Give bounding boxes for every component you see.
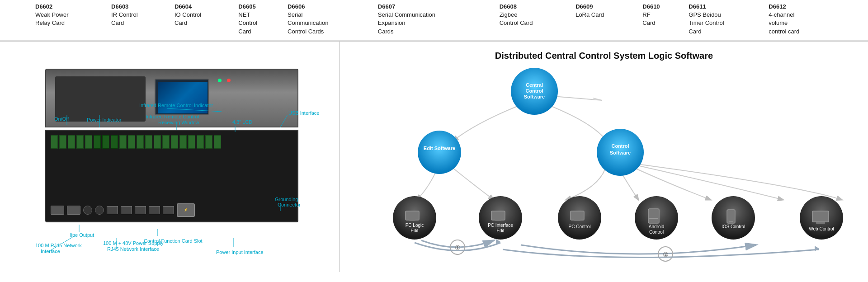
svg-text:Web Control: Web Control bbox=[809, 226, 834, 231]
power-input-label: Power Input Interface bbox=[216, 249, 264, 255]
label-svg: On/Off Power Indicator Infrared Remote C… bbox=[0, 42, 339, 272]
col-d6604: D6604IO ControlCard bbox=[171, 2, 235, 37]
svg-text:Control: Control bbox=[649, 230, 664, 235]
svg-rect-42 bbox=[729, 221, 733, 222]
svg-rect-41 bbox=[727, 210, 735, 223]
svg-text:IOS Control: IOS Control bbox=[722, 224, 745, 229]
svg-rect-36 bbox=[648, 209, 659, 223]
svg-rect-23 bbox=[409, 219, 415, 221]
svg-text:Software: Software bbox=[524, 94, 545, 99]
lcd-label: 4.3" LCD bbox=[232, 119, 252, 125]
svg-rect-28 bbox=[495, 219, 501, 221]
top-table: D6602Weak PowerRelay Card D6603IR Contro… bbox=[0, 0, 868, 41]
col-d6612: D66124-channelvolumecontrol card bbox=[765, 2, 836, 37]
svg-text:PC Logic: PC Logic bbox=[406, 223, 424, 228]
svg-text:Edit Software: Edit Software bbox=[424, 146, 455, 151]
right-diagram: Distributed Central Control System Logic… bbox=[339, 42, 868, 272]
col-d6603: D6603IR ControlCard bbox=[108, 2, 171, 37]
grounding-label: Grounding bbox=[275, 197, 298, 202]
svg-text:Edit: Edit bbox=[410, 228, 418, 233]
svg-rect-27 bbox=[491, 211, 505, 220]
grounding-label2: Connector bbox=[278, 202, 301, 207]
col-d6609: D6609LoRa Card bbox=[572, 2, 639, 37]
line-output-label: line Output bbox=[70, 232, 94, 238]
svg-text:Edit: Edit bbox=[496, 228, 504, 233]
col-d6610: D6610RFCard bbox=[639, 2, 685, 37]
col-d6607: D6607Serial CommunicationExpansionCards bbox=[374, 2, 496, 37]
left-diagram: ⚡ On/Off Power Indicator Infrared Remote… bbox=[0, 42, 339, 272]
power-indicator-label: Power Indicator bbox=[87, 117, 122, 122]
infrared-indicator-label: Infrared Remote Control Indicator bbox=[139, 103, 213, 108]
col-d6602: D6602Weak PowerRelay Card bbox=[32, 2, 108, 37]
svg-text:PC Interface: PC Interface bbox=[488, 223, 513, 228]
logic-diagram-svg: Central Control Software Edit Software C… bbox=[349, 64, 868, 263]
svg-rect-22 bbox=[406, 211, 419, 220]
col-d6611: D6611GPS BeidouTimer ControlCard bbox=[685, 2, 765, 37]
col-d6606: D6606SerialCommunicationControl Cards bbox=[284, 2, 374, 37]
control-slot-label: Control Function Card Slot bbox=[144, 238, 203, 244]
svg-marker-53 bbox=[815, 246, 819, 251]
infrared-window-label2: Receiving Window bbox=[158, 120, 199, 125]
col-d6608: D6608ZigbeeControl Card bbox=[496, 2, 572, 37]
rj45-100m-label2: Interface bbox=[41, 249, 60, 254]
svg-rect-32 bbox=[571, 211, 584, 220]
rj45-100m-label: 100 M RJ45 Network bbox=[35, 243, 82, 248]
svg-rect-45 bbox=[812, 211, 829, 222]
power-supply-label2: RJ45 Network Interface bbox=[107, 246, 159, 252]
svg-rect-37 bbox=[649, 218, 658, 219]
main-section: ⚡ On/Off Power Indicator Infrared Remote… bbox=[0, 41, 868, 272]
svg-point-16 bbox=[418, 131, 461, 174]
svg-text:PC Control: PC Control bbox=[569, 224, 591, 229]
onoff-label: On/Off bbox=[54, 116, 69, 122]
usb-label: USB Interface bbox=[288, 110, 319, 116]
svg-rect-46 bbox=[816, 222, 825, 224]
svg-text:Control: Control bbox=[525, 88, 543, 94]
svg-line-5 bbox=[280, 115, 288, 127]
svg-text:Android: Android bbox=[649, 224, 664, 229]
svg-text:Control: Control bbox=[611, 143, 629, 149]
svg-rect-33 bbox=[574, 219, 580, 221]
svg-line-2 bbox=[167, 108, 222, 112]
svg-text:Software: Software bbox=[610, 150, 631, 155]
diagram-title: Distributed Central Control System Logic… bbox=[349, 51, 859, 61]
svg-text:Central: Central bbox=[526, 82, 543, 88]
infrared-window-label: Infrared Remote Control bbox=[146, 114, 199, 119]
col-d6605: D6605NETControlCard bbox=[235, 2, 284, 37]
